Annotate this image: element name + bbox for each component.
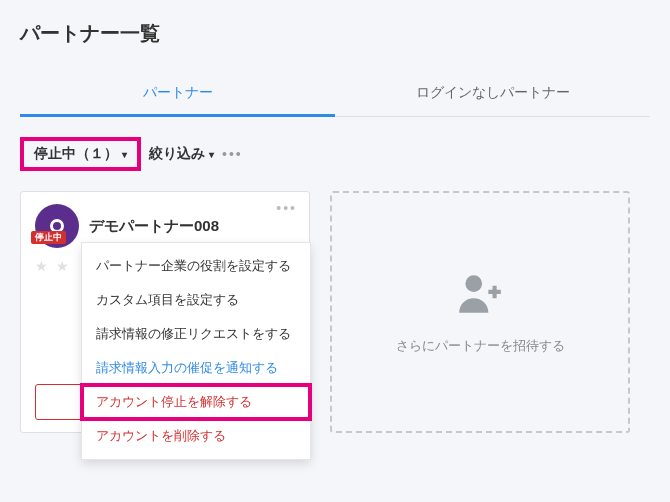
- status-badge: 停止中: [31, 231, 66, 244]
- cards-row: ••• 停止中 デモパートナー008 ★ ★ パートナー企業の役割を設定する カ…: [20, 191, 650, 433]
- invite-partner-card[interactable]: さらにパートナーを招待する: [330, 191, 630, 433]
- dropdown-menu: パートナー企業の役割を設定する カスタム項目を設定する 請求情報の修正リクエスト…: [81, 242, 311, 460]
- tab-nologin-partner[interactable]: ログインなしパートナー: [335, 72, 650, 116]
- svg-point-0: [465, 275, 482, 292]
- add-user-icon: [455, 269, 505, 319]
- status-filter-highlight: 停止中（１） ▾: [20, 137, 141, 171]
- refine-filter-label: 絞り込み: [149, 145, 205, 163]
- menu-unsuspend-account[interactable]: アカウント停止を解除する: [82, 385, 310, 419]
- tab-partner[interactable]: パートナー: [20, 72, 335, 117]
- card-menu-icon[interactable]: •••: [276, 200, 297, 216]
- status-filter[interactable]: 停止中（１） ▾: [34, 145, 127, 163]
- invite-text: さらにパートナーを招待する: [396, 337, 565, 355]
- avatar: 停止中: [35, 204, 79, 248]
- menu-set-role[interactable]: パートナー企業の役割を設定する: [82, 249, 310, 283]
- partner-card: ••• 停止中 デモパートナー008 ★ ★ パートナー企業の役割を設定する カ…: [20, 191, 310, 433]
- menu-delete-account[interactable]: アカウントを削除する: [82, 419, 310, 453]
- filter-bar: 停止中（１） ▾ 絞り込み ▾ •••: [20, 137, 650, 171]
- page-title: パートナー一覧: [20, 20, 650, 47]
- chevron-down-icon: ▾: [122, 149, 127, 160]
- menu-set-custom[interactable]: カスタム項目を設定する: [82, 283, 310, 317]
- menu-fix-request[interactable]: 請求情報の修正リクエストをする: [82, 317, 310, 351]
- more-options-icon[interactable]: •••: [222, 146, 243, 162]
- chevron-down-icon: ▾: [209, 149, 214, 160]
- partner-name: デモパートナー008: [89, 217, 219, 236]
- menu-notify-input[interactable]: 請求情報入力の催促を通知する: [82, 351, 310, 385]
- refine-filter[interactable]: 絞り込み ▾: [149, 145, 214, 163]
- tabs-container: パートナー ログインなしパートナー: [20, 72, 650, 117]
- status-filter-label: 停止中（１）: [34, 145, 118, 163]
